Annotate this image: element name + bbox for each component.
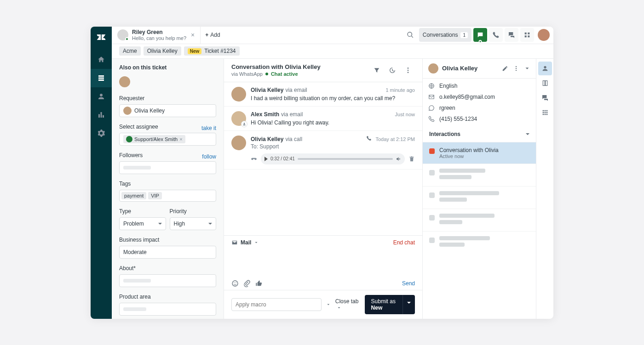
- submit-dropdown[interactable]: [402, 295, 415, 314]
- assignee-remove[interactable]: ×: [179, 136, 182, 142]
- phone-icon: [492, 31, 500, 39]
- customer-info: English o.kelley85@gmail.com rgreen (415…: [423, 79, 536, 126]
- workspace-tab[interactable]: Riley Green Hello, can you help me? ×: [112, 27, 201, 44]
- business-impact-field[interactable]: Moderate: [119, 246, 216, 259]
- tag-vip[interactable]: VIP: [148, 192, 162, 199]
- audio-scrubber[interactable]: [298, 158, 393, 160]
- requester-avatar: [123, 107, 132, 115]
- apply-macro-field[interactable]: [231, 298, 322, 311]
- add-tab-button[interactable]: Add: [205, 32, 220, 38]
- composer: Mail End chat Send: [224, 235, 422, 290]
- edit-button[interactable]: [502, 65, 508, 72]
- more-button[interactable]: [513, 65, 519, 72]
- audio-player: 0:32 / 02:41: [251, 153, 415, 164]
- context-knowledge-button[interactable]: [538, 76, 552, 90]
- tab-close-icon[interactable]: ×: [191, 31, 195, 39]
- conversations-count: 1: [460, 32, 468, 38]
- about-label: About*: [119, 265, 216, 271]
- interaction-status-icon: [429, 148, 435, 154]
- nav-home[interactable]: [91, 51, 112, 69]
- interaction-placeholder[interactable]: [423, 164, 536, 186]
- context-rail: [536, 59, 553, 319]
- tab-title: Riley Green: [132, 29, 186, 35]
- context-chat-button[interactable]: [538, 91, 552, 105]
- type-select[interactable]: Problem: [119, 217, 166, 230]
- end-chat-button[interactable]: End chat: [393, 239, 415, 246]
- agent-badge-icon: [241, 121, 247, 127]
- topbar: Riley Green Hello, can you help me? × Ad…: [112, 27, 553, 44]
- more-button[interactable]: [401, 63, 415, 77]
- assignee-label: Select assignee: [119, 124, 158, 130]
- tag-payment[interactable]: payment: [121, 192, 146, 199]
- voicemail-icon: [251, 156, 257, 162]
- breadcrumb-ticket[interactable]: New Ticket #1234: [184, 46, 240, 56]
- chat-button[interactable]: [473, 28, 487, 42]
- message-avatar: [231, 136, 246, 150]
- assignee-pill: Support/Alex Smith ×: [123, 135, 185, 143]
- context-user-button[interactable]: [538, 62, 552, 75]
- collapse-button[interactable]: [524, 65, 530, 72]
- interactions-section[interactable]: Interactions: [423, 126, 536, 142]
- customer-header: Olivia Kelley: [423, 59, 536, 79]
- message-avatar: [231, 111, 246, 126]
- message-1: Olivia Kelley via email 1 minute ago I h…: [224, 82, 422, 107]
- macro-chevron-icon[interactable]: [326, 302, 331, 307]
- nav-views[interactable]: [91, 69, 112, 87]
- interaction-placeholder[interactable]: [423, 209, 536, 231]
- filter-button[interactable]: [370, 63, 384, 77]
- chevron-down-icon: [337, 305, 341, 310]
- context-apps-button[interactable]: [538, 106, 552, 119]
- type-label: Type: [119, 208, 166, 215]
- messaging-button[interactable]: [505, 28, 518, 42]
- followers-field[interactable]: [119, 161, 216, 174]
- close-tab-button[interactable]: Close tab: [335, 298, 360, 311]
- volume-icon[interactable]: [396, 156, 401, 162]
- apps-button[interactable]: [520, 28, 534, 42]
- send-button[interactable]: Send: [402, 280, 415, 287]
- profile-avatar[interactable]: [538, 29, 550, 41]
- nav-customers[interactable]: [91, 87, 112, 106]
- channel-label[interactable]: Mail: [241, 239, 251, 246]
- customer-name: Olivia Kelley: [442, 65, 477, 72]
- follow-link[interactable]: follow: [202, 153, 216, 160]
- conversation-title: Conversation with Olivia Kelley: [231, 63, 321, 70]
- submit-button-group: Submit as New: [365, 295, 415, 314]
- requester-label: Requester: [119, 95, 216, 102]
- take-it-link[interactable]: take it: [201, 125, 216, 131]
- requester-field[interactable]: Olivia Kelley: [119, 104, 216, 117]
- filter-icon: [373, 67, 380, 74]
- footer-bar: Close tab Submit as New: [224, 290, 422, 319]
- breadcrumb-user[interactable]: Olivia Kelley: [144, 46, 181, 56]
- mail-icon: [231, 239, 238, 246]
- thumbs-up-button[interactable]: [255, 280, 263, 287]
- talk-button[interactable]: [489, 28, 503, 42]
- interaction-active[interactable]: Conversation with Olivia Active now: [423, 142, 536, 164]
- conversations-chip[interactable]: Conversations 1: [419, 28, 472, 42]
- search-icon: [407, 31, 414, 39]
- product-area-label: Product area: [119, 294, 216, 300]
- message-2: Alex Smith via email Just now Hi Olivia!…: [224, 107, 422, 131]
- assignee-field[interactable]: Support/Alex Smith ×: [119, 133, 216, 146]
- submit-button[interactable]: Submit as New: [365, 295, 402, 314]
- chevron-down-icon[interactable]: [254, 240, 259, 245]
- priority-select[interactable]: High: [170, 217, 217, 230]
- breadcrumb-org[interactable]: Acme: [119, 46, 141, 56]
- about-field[interactable]: [119, 274, 216, 287]
- also-avatar: [119, 76, 130, 87]
- attach-button[interactable]: [243, 280, 251, 287]
- interaction-placeholder[interactable]: [423, 231, 536, 254]
- product-area-field[interactable]: [119, 303, 216, 316]
- emoji-button[interactable]: [231, 280, 239, 287]
- compose-textarea[interactable]: [224, 249, 422, 277]
- history-button[interactable]: [385, 63, 399, 77]
- nav-admin[interactable]: [91, 124, 112, 142]
- search-button[interactable]: [403, 28, 417, 42]
- also-on-ticket-title: Also on this ticket: [119, 64, 216, 71]
- play-button[interactable]: [264, 157, 268, 161]
- svg-point-7: [516, 68, 517, 68]
- call-icon: [366, 136, 372, 141]
- interaction-placeholder[interactable]: [423, 186, 536, 209]
- tags-field[interactable]: payment VIP: [119, 190, 216, 202]
- delete-audio-button[interactable]: [408, 156, 415, 162]
- nav-reporting[interactable]: [91, 106, 112, 124]
